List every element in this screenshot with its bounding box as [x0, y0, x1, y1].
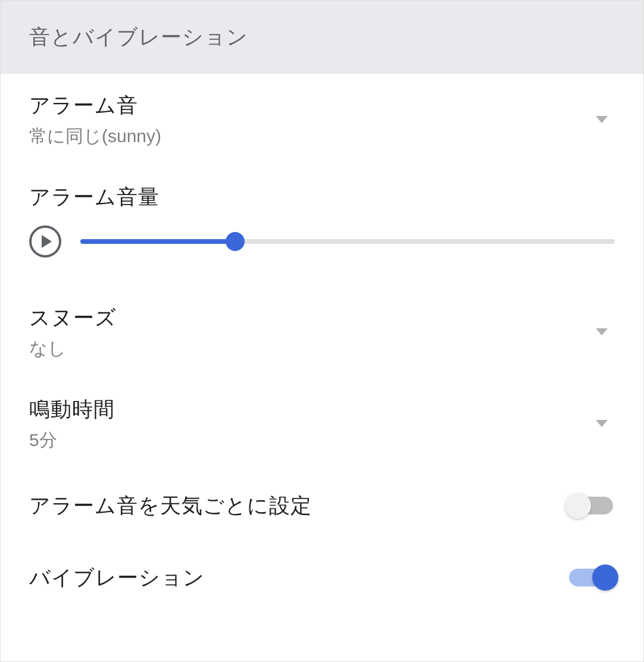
- section-title: 音とバイブレーション: [29, 25, 248, 48]
- alarm-sound-row[interactable]: アラーム音 常に同じ(sunny): [1, 74, 643, 165]
- vibration-switch[interactable]: [567, 567, 615, 588]
- alarm-sound-label: アラーム音: [29, 90, 596, 120]
- vibration-row[interactable]: バイブレーション: [1, 541, 643, 613]
- chevron-down-icon: [596, 420, 608, 427]
- volume-slider-thumb[interactable]: [226, 232, 245, 251]
- weather-sound-row[interactable]: アラーム音を天気ごとに設定: [1, 469, 643, 541]
- alarm-sound-value: 常に同じ(sunny): [29, 124, 596, 149]
- vibration-label: バイブレーション: [29, 563, 567, 592]
- snooze-label: スヌーズ: [29, 303, 596, 332]
- ring-duration-value: 5分: [29, 428, 596, 453]
- chevron-down-icon: [596, 328, 608, 335]
- switch-thumb: [565, 492, 591, 519]
- alarm-volume-label: アラーム音量: [29, 182, 615, 211]
- snooze-value: なし: [29, 337, 596, 361]
- alarm-volume-row: アラーム音量: [1, 165, 643, 286]
- weather-sound-label: アラーム音を天気ごとに設定: [29, 491, 567, 520]
- ring-duration-label: 鳴動時間: [29, 394, 596, 423]
- play-button[interactable]: [29, 225, 61, 258]
- ring-duration-row[interactable]: 鳴動時間 5分: [1, 378, 643, 469]
- snooze-row[interactable]: スヌーズ なし: [1, 286, 643, 378]
- switch-thumb: [592, 564, 618, 591]
- volume-slider-fill: [80, 239, 235, 244]
- volume-slider[interactable]: [80, 239, 615, 244]
- chevron-down-icon: [596, 116, 608, 123]
- play-icon: [42, 235, 52, 248]
- weather-sound-switch[interactable]: [567, 495, 615, 516]
- section-header: 音とバイブレーション: [1, 1, 643, 74]
